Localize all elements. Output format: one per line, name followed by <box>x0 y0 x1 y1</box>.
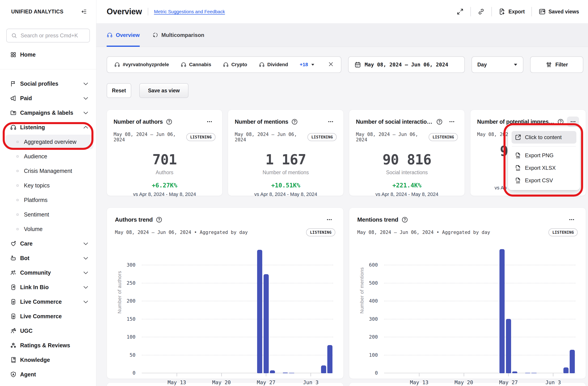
metric-value: 1 167 <box>265 151 306 168</box>
bullet-icon <box>17 185 19 187</box>
saved-views-button[interactable]: Saved views <box>539 8 579 15</box>
card-menu-button[interactable] <box>446 116 458 127</box>
bar-may-26 <box>500 249 504 373</box>
card-title: Number of potential impressi… <box>477 119 554 125</box>
clear-chips-button[interactable] <box>328 61 334 68</box>
sidebar-item-knowledge[interactable]: Knowledge <box>0 353 96 367</box>
chevron-down-icon <box>83 270 89 276</box>
reset-button[interactable]: Reset <box>107 83 131 98</box>
card-menu-button[interactable] <box>203 116 215 127</box>
query-chip-1[interactable]: Cannabis <box>181 62 211 67</box>
sidebar-item-label: UGC <box>20 328 33 334</box>
help-icon[interactable] <box>401 216 408 223</box>
save-as-view-button[interactable]: Save as view <box>139 83 189 98</box>
headphones-icon <box>259 62 265 67</box>
sidebar-item-label: Home <box>20 51 36 58</box>
xlsx-file-icon: XLSX <box>515 165 521 171</box>
chart-menu-button[interactable] <box>566 214 578 225</box>
sidebar-item-agent[interactable]: Agent <box>0 367 96 382</box>
kebab-menu-icon <box>328 119 334 125</box>
query-chip-2[interactable]: Crypto <box>223 62 247 67</box>
menu-item-export-csv[interactable]: CSV Export CSV <box>512 174 576 187</box>
menu-item-click-to-content[interactable]: Click to content <box>512 131 576 144</box>
help-icon[interactable] <box>156 216 162 223</box>
more-chips-dropdown[interactable]: +18 <box>300 62 315 67</box>
bar-may-30 <box>283 373 288 373</box>
sidebar-item-platforms[interactable]: Platforms <box>0 193 96 207</box>
chevron-down-icon <box>83 109 89 116</box>
fullscreen-button[interactable] <box>457 8 464 15</box>
collapse-sidebar-button[interactable] <box>80 7 88 16</box>
menu-item-export-xlsx[interactable]: XLSX Export XLSX <box>512 162 576 174</box>
query-chip-3[interactable]: Dividend <box>259 62 288 67</box>
sidebar-item-label: Agent <box>20 371 36 378</box>
title-separator <box>148 8 148 15</box>
comparison-period-partial: vs Ap <box>495 185 507 191</box>
sidebar-item-audience[interactable]: Audience <box>0 149 96 164</box>
sidebar-item-key-topics[interactable]: Key topics <box>0 178 96 193</box>
x-tick-label: May 20 <box>455 380 473 385</box>
sidebar-item-ratings-reviews[interactable]: Ratings & Reviews <box>0 338 96 353</box>
export-button[interactable]: Export <box>499 8 525 15</box>
help-icon[interactable] <box>291 119 298 125</box>
menu-item-label: Click to content <box>525 134 562 140</box>
sidebar-item-bot[interactable]: Bot <box>0 251 96 265</box>
menu-item-export-png[interactable]: PNG Export PNG <box>512 149 576 162</box>
sidebar-item-label: Care <box>20 240 33 247</box>
filter-label: Filter <box>555 62 568 68</box>
sidebar-item-link-in-bio[interactable]: Link In Bio <box>0 280 96 295</box>
chart-menu-button[interactable] <box>323 214 335 225</box>
megaphone-icon <box>10 95 17 102</box>
card-menu-button[interactable] <box>325 116 337 127</box>
sidebar-item-volume[interactable]: Volume <box>0 222 96 236</box>
sidebar-item-crisis-management[interactable]: Crisis Management <box>0 164 96 178</box>
sidebar-item-campaigns-labels[interactable]: Campaigns & labels <box>0 106 96 120</box>
sidebar-item-home[interactable]: Home <box>0 47 96 62</box>
svg-text:CSV: CSV <box>516 181 520 183</box>
bars-series <box>142 248 333 373</box>
bar-may-28 <box>270 370 275 373</box>
agent-shield-icon <box>10 371 17 378</box>
sidebar-item-label: Campaigns & labels <box>20 109 73 116</box>
sidebar-item-care[interactable]: Care <box>0 236 96 251</box>
live-commerce-icon <box>10 299 17 305</box>
metric-suggestions-link[interactable]: Metric Suggestions and Feedback <box>154 9 225 14</box>
y-tick-label: 300 <box>369 316 378 322</box>
tab-overview[interactable]: Overview <box>107 23 140 47</box>
sliders-filter-icon <box>546 61 552 68</box>
help-icon[interactable] <box>166 119 172 125</box>
plot-area: Number of authors 050100150200250300May … <box>142 248 333 373</box>
folder-icon <box>10 109 17 116</box>
sidebar-item-community[interactable]: Community <box>0 265 96 280</box>
tab-multicomparison[interactable]: Multicomparison <box>152 23 204 47</box>
granularity-select[interactable]: Day <box>472 56 523 73</box>
y-axis-title: Number of mentions <box>359 267 365 314</box>
sidebar-item-listening[interactable]: Listening <box>0 120 96 135</box>
chevron-down-icon <box>83 240 89 247</box>
filter-button[interactable]: Filter <box>530 56 583 73</box>
date-range-picker[interactable]: May 08, 2024 – Jun 06, 2024 <box>348 56 465 73</box>
chevron-down-icon <box>83 299 89 305</box>
listening-badge: LISTENING <box>429 133 458 141</box>
sidebar-item-ugc[interactable]: UGC <box>0 324 96 338</box>
sidebar-item-social-profiles[interactable]: Social profiles <box>0 77 96 91</box>
comparison-period: vs Apr 8, 2024 - May 8, 2024 <box>254 192 317 197</box>
sidebar-item-paid[interactable]: Paid <box>0 91 96 106</box>
bar-jun-5 <box>563 367 568 373</box>
copy-link-button[interactable] <box>478 8 485 15</box>
app-root: UNIFIED ANALYTICS Home Social profiles P… <box>0 0 588 386</box>
sidebar-item-aggregated-overview[interactable]: Aggregated overview <box>5 135 93 149</box>
chip-label: Cannabis <box>189 62 211 67</box>
authors-trend-chart-card: Authors trend May 08, 2024 – Jun 06, 202… <box>107 208 344 379</box>
card-title: Number of social interactions <box>356 119 433 125</box>
sidebar-item-live-commerce[interactable]: Live Commerce <box>0 295 96 309</box>
help-icon[interactable] <box>557 119 564 125</box>
x-tick-mark <box>508 373 509 376</box>
card-menu-button-open[interactable] <box>567 116 579 127</box>
query-chip-0[interactable]: #vyrvatnohyzprdele <box>114 62 169 67</box>
help-icon[interactable] <box>436 119 443 125</box>
sidebar-item-sentiment[interactable]: Sentiment <box>0 207 96 222</box>
sidebar-item-live-commerce-2[interactable]: Live Commerce <box>0 309 96 324</box>
search-input[interactable] <box>21 32 85 39</box>
y-tick-label: 250 <box>126 280 135 286</box>
